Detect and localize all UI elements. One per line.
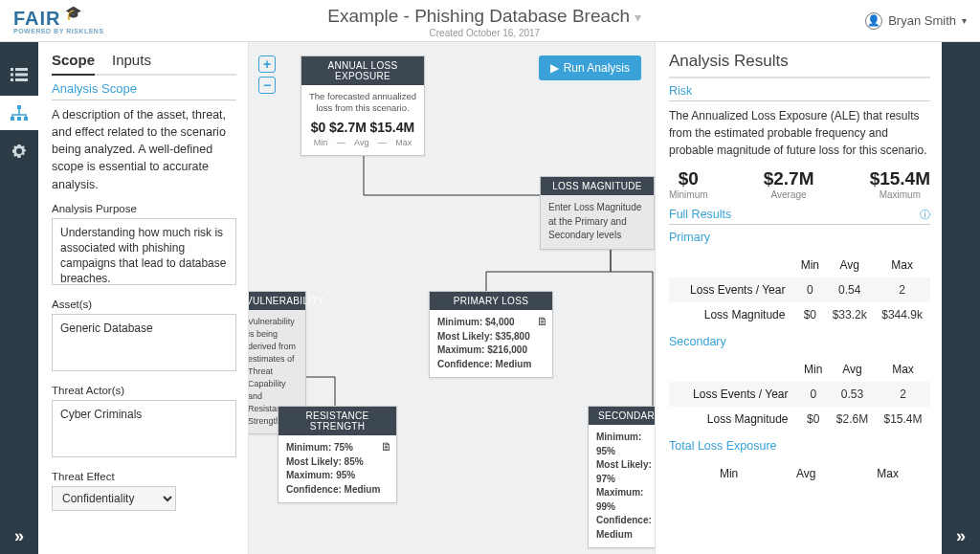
top-bar: FAIR 🎓 POWERED BY RISKLENS Example - Phi… <box>0 0 980 42</box>
list-icon[interactable] <box>0 57 38 92</box>
scope-tabs: Scope Inputs <box>52 52 236 76</box>
logo: FAIR 🎓 POWERED BY RISKLENS <box>13 8 104 34</box>
svg-rect-0 <box>11 68 13 71</box>
svg-rect-9 <box>24 117 28 121</box>
purpose-label: Analysis Purpose <box>52 203 236 214</box>
svg-rect-4 <box>11 78 13 81</box>
scope-description: A description of the asset, threat, and … <box>52 106 236 193</box>
total-heading: Total Loss Exposure <box>669 439 930 455</box>
right-rail: » <box>942 42 980 554</box>
svg-rect-6 <box>17 105 21 109</box>
zoom-controls: + − <box>258 55 276 94</box>
play-icon: ▶ <box>550 61 559 75</box>
svg-rect-7 <box>11 117 14 121</box>
section-title: Analysis Scope <box>52 81 236 100</box>
user-name: Bryan Smith <box>888 13 956 28</box>
primary-table: MinAvgMax Loss Events / Year00.542 Loss … <box>669 253 930 327</box>
document-icon: 🗎 <box>537 314 548 330</box>
node-loss-magnitude[interactable]: LOSS MAGNITUDE Enter Loss Magnitude at t… <box>540 176 655 250</box>
left-rail: » <box>0 42 38 554</box>
zoom-in-button[interactable]: + <box>258 55 276 73</box>
document-icon: 🗎 <box>381 439 392 455</box>
page-title: Example - Phishing Database Breach ▾ <box>104 6 866 27</box>
full-results-heading: Full Results ⓘ <box>669 208 930 225</box>
threat-label: Threat Actor(s) <box>52 385 236 396</box>
tab-inputs[interactable]: Inputs <box>112 52 151 68</box>
svg-rect-8 <box>17 117 21 121</box>
summary-row: $0Minimum $2.7MAverage $15.4MMaximum <box>669 168 930 200</box>
diagram-canvas[interactable]: + − ▶ Run Analysis ANNUAL LOSS EXPOSURE … <box>249 42 655 554</box>
purpose-input[interactable] <box>52 218 236 285</box>
effect-select[interactable]: Confidentiality <box>52 486 176 511</box>
logo-subtext: POWERED BY RISKLENS <box>13 28 104 34</box>
total-table: MinAvgMax <box>669 461 930 486</box>
grad-cap-icon: 🎓 <box>65 5 82 20</box>
asset-input[interactable] <box>52 314 236 371</box>
effect-label: Threat Effect <box>52 471 236 482</box>
run-analysis-button[interactable]: ▶ Run Analysis <box>539 55 641 80</box>
svg-rect-3 <box>15 74 28 77</box>
chevron-down-icon[interactable]: ▾ <box>635 10 641 25</box>
svg-rect-5 <box>15 78 28 81</box>
secondary-heading: Secondary <box>669 335 930 351</box>
chevron-down-icon: ▾ <box>962 15 967 26</box>
results-title: Analysis Results <box>669 52 930 78</box>
secondary-table: MinAvgMax Loss Events / Year00.532 Loss … <box>669 357 930 432</box>
node-primary-loss[interactable]: PRIMARY LOSS 🗎 Minimum: $4,000 Most Like… <box>429 291 553 378</box>
threat-input[interactable] <box>52 400 236 457</box>
risk-description: The Annualized Loss Exposure (ALE) that … <box>669 107 930 159</box>
user-menu[interactable]: 👤 Bryan Smith ▾ <box>865 12 967 30</box>
node-annual-loss-exposure[interactable]: ANNUAL LOSS EXPOSURE The forecasted annu… <box>301 55 425 156</box>
node-secondary[interactable]: SECONDARY Minimum: 95% Most Likely: 97% … <box>588 406 655 548</box>
avatar-icon: 👤 <box>865 12 882 30</box>
svg-rect-2 <box>11 74 13 77</box>
hierarchy-icon[interactable] <box>0 96 38 130</box>
expand-left-icon[interactable]: » <box>0 526 38 546</box>
created-date: Created October 16, 2017 <box>104 28 866 38</box>
expand-right-icon[interactable]: » <box>942 526 980 546</box>
zoom-out-button[interactable]: − <box>258 77 276 94</box>
asset-label: Asset(s) <box>52 299 236 310</box>
gear-icon[interactable] <box>0 134 38 168</box>
help-icon[interactable]: ⓘ <box>920 208 930 222</box>
node-resistance-strength[interactable]: RESISTANCE STRENGTH 🗎 Minimum: 75% Most … <box>278 406 397 503</box>
tab-scope[interactable]: Scope <box>52 52 95 76</box>
primary-heading: Primary <box>669 231 930 247</box>
logo-text: FAIR <box>13 8 61 30</box>
svg-rect-1 <box>15 68 28 71</box>
results-panel: Analysis Results Risk The Annualized Los… <box>655 42 942 554</box>
scope-panel: Scope Inputs Analysis Scope A descriptio… <box>38 42 249 554</box>
risk-heading: Risk <box>669 84 930 101</box>
